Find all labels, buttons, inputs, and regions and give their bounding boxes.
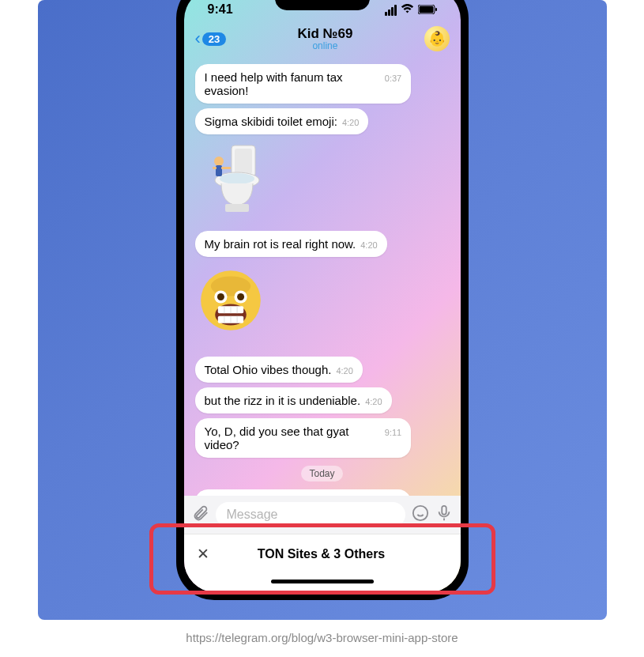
date-divider: Today (301, 466, 342, 481)
mic-icon[interactable] (435, 504, 453, 526)
message-text: Total Ohio vibes though. (205, 363, 332, 376)
svg-point-15 (217, 293, 224, 300)
message-input[interactable]: Message (216, 502, 405, 527)
svg-rect-2 (435, 8, 437, 11)
status-icons (385, 4, 437, 17)
svg-point-27 (412, 505, 427, 519)
caption-text: https://telegram.org/blog/w3-browser-min… (186, 631, 458, 644)
message-text: but the rizz in it is undeniable. (205, 394, 361, 407)
message-bubble[interactable]: Total Ohio vibes though. 4:20 (195, 357, 363, 383)
attach-icon[interactable] (192, 504, 209, 526)
message-time: 9:11 (385, 428, 401, 437)
svg-rect-1 (419, 6, 433, 13)
messages-list[interactable]: I need help with fanum tax evasion! 0:37… (184, 58, 461, 496)
chat-title-button[interactable]: Kid №69 online (226, 26, 424, 51)
phone-screen: 9:41 ‹ 23 (184, 0, 461, 592)
message-bubble[interactable]: Dad, is Microsoft Edge for edging? 9:41 (195, 489, 412, 496)
message-time: 0:37 (385, 74, 401, 83)
back-button[interactable]: ‹ 23 (195, 28, 227, 49)
message-text: Yo, D, did you see that gyat video? (205, 425, 380, 451)
chat-status: online (226, 40, 424, 51)
sticker-icon[interactable] (412, 504, 429, 526)
message-time: 4:20 (360, 240, 377, 250)
svg-rect-4 (235, 149, 252, 174)
status-time: 9:41 (208, 2, 233, 17)
svg-rect-11 (221, 167, 231, 169)
home-indicator[interactable] (184, 573, 461, 592)
message-time: 4:20 (336, 366, 352, 376)
svg-rect-9 (216, 165, 222, 176)
phone-frame: 9:41 ‹ 23 (176, 0, 469, 600)
unread-badge: 23 (202, 32, 226, 46)
signal-icon (385, 5, 397, 16)
svg-point-8 (214, 157, 224, 166)
phone-notch (275, 0, 370, 10)
message-text: I need help with fanum tax evasion! (205, 70, 380, 97)
message-text: Sigma skibidi toilet emoji: (205, 115, 337, 128)
message-bubble[interactable]: I need help with fanum tax evasion! 0:37 (195, 64, 412, 104)
svg-point-6 (220, 173, 254, 184)
background-card: 9:41 ‹ 23 (38, 0, 607, 620)
close-icon[interactable]: ✕ (197, 545, 217, 563)
message-bubble[interactable]: but the rizz in it is undeniable. 4:20 (195, 387, 392, 413)
face-sticker[interactable] (195, 265, 266, 349)
message-time: 4:20 (342, 118, 359, 127)
message-time: 4:20 (365, 397, 382, 406)
chat-header: ‹ 23 Kid №69 online 👶 (184, 20, 461, 58)
svg-rect-28 (442, 505, 446, 514)
message-text: My brain rot is real right now. (205, 237, 356, 251)
message-bubble[interactable]: Sigma skibidi toilet emoji: 4:20 (195, 108, 369, 134)
mini-app-bar[interactable]: ✕ TON Sites & 3 Others (184, 534, 461, 573)
chevron-left-icon: ‹ (195, 28, 201, 49)
chat-name: Kid №69 (226, 26, 424, 42)
svg-point-17 (237, 293, 244, 300)
toilet-sticker[interactable] (201, 144, 265, 218)
message-bubble[interactable]: Yo, D, did you see that gyat video? 9:11 (195, 418, 412, 458)
avatar[interactable]: 👶 (424, 26, 450, 51)
mini-app-label: TON Sites & 3 Others (217, 547, 448, 561)
battery-icon (418, 4, 437, 17)
message-bubble[interactable]: My brain rot is real right now. 4:20 (195, 231, 387, 257)
wifi-icon (401, 4, 414, 17)
svg-rect-10 (213, 167, 217, 169)
input-bar: Message (184, 496, 461, 534)
svg-rect-7 (225, 204, 249, 212)
